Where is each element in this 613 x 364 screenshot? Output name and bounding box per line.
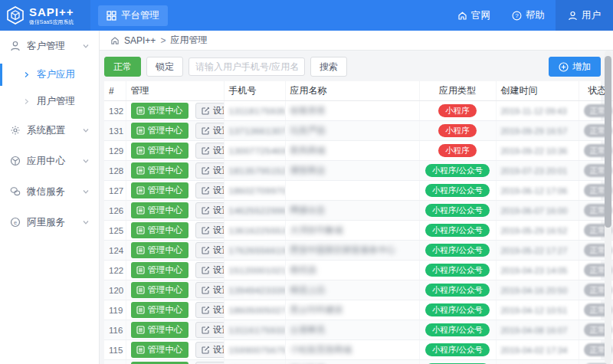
- breadcrumb-separator: >: [160, 35, 166, 46]
- app-name: 潮安商业: [290, 166, 326, 175]
- sidebar-item-label: 客户管理: [27, 40, 65, 53]
- logo-subtitle: 微信SaaS应用系统: [29, 19, 74, 25]
- settings-button[interactable]: 设置: [195, 342, 224, 358]
- settings-button[interactable]: 设置: [195, 242, 224, 258]
- settings-button[interactable]: 设置: [195, 182, 224, 198]
- manage-center-button[interactable]: 管理中心: [131, 282, 188, 298]
- sidebar-item-customer-management[interactable]: 客户管理: [0, 31, 99, 61]
- settings-button[interactable]: 设置: [195, 123, 224, 139]
- edit-icon: [202, 266, 210, 274]
- app-type-badge: 小程序/公众号: [425, 264, 490, 277]
- manage-center-button[interactable]: 管理中心: [131, 342, 188, 358]
- table-row: 128 管理中心 设置 18135795152 潮安商业 小程序/公众号 201…: [104, 161, 613, 181]
- app-name: 云老棒兆: [290, 325, 326, 334]
- settings-button[interactable]: 设置: [195, 262, 224, 278]
- phone-number: 13616225553: [229, 226, 286, 235]
- manage-cell: 管理中心 设置: [126, 121, 224, 141]
- app-type-badge: 小程序/公众号: [425, 204, 490, 218]
- settings-button[interactable]: 设置: [195, 282, 224, 298]
- app-type-badge: 小程序/公众号: [425, 184, 490, 198]
- chevron-down-icon: [82, 42, 90, 50]
- table-row: 115 管理中心 设置 15990075675 小松鼠页面商城 小程序/公众号 …: [104, 340, 613, 360]
- list-icon: [136, 266, 145, 274]
- phone-number: 15990075675: [229, 346, 286, 355]
- topbar-help-link[interactable]: ? 帮助: [501, 0, 556, 31]
- column-header-appname: 应用名称: [285, 81, 419, 101]
- list-icon: [136, 346, 145, 354]
- chevron-down-icon: [82, 188, 90, 195]
- sidebar-item-wechat-service[interactable]: 微信服务: [0, 176, 99, 207]
- search-button[interactable]: 搜索: [310, 57, 347, 77]
- topbar-user-menu[interactable]: 用户: [556, 0, 613, 31]
- list-icon: [136, 286, 145, 294]
- table-row: 131 管理中心 设置 13713661307 玩美严选 小程序 2019-09…: [104, 121, 613, 141]
- breadcrumb-root[interactable]: SAPI++: [124, 35, 156, 46]
- manage-cell: 管理中心 设置: [126, 201, 224, 221]
- app-name: 大润发印象城: [290, 225, 343, 234]
- sidebar-item-ali-service[interactable]: e 阿里服务: [0, 207, 99, 238]
- manage-center-button[interactable]: 管理中心: [131, 322, 188, 338]
- list-icon: [136, 206, 145, 215]
- edit-icon: [202, 206, 210, 215]
- settings-button[interactable]: 设置: [195, 162, 224, 179]
- topbar-site-link[interactable]: 官网: [447, 0, 501, 31]
- manage-center-button[interactable]: 管理中心: [131, 182, 188, 198]
- scrollbar-track[interactable]: [605, 51, 611, 364]
- sidebar-item-system-config[interactable]: 系统配置: [0, 115, 99, 146]
- settings-button[interactable]: 设置: [195, 222, 224, 238]
- table-row: 124 管理中心 设置 17626556619 西安中园新区财富服务中心 小程序…: [104, 241, 613, 261]
- manage-center-button[interactable]: 管理中心: [131, 242, 188, 258]
- settings-button[interactable]: 设置: [195, 103, 224, 119]
- filter-normal-button[interactable]: 正常: [104, 57, 141, 77]
- scrollbar-thumb[interactable]: [605, 56, 611, 228]
- settings-button[interactable]: 设置: [195, 202, 224, 218]
- list-icon: [136, 146, 145, 155]
- sidebar-item-user-management[interactable]: 用户管理: [0, 88, 99, 115]
- topbar-site-label: 官网: [471, 9, 490, 22]
- nav-platform-management[interactable]: 平台管理: [98, 5, 168, 26]
- app-type-badge: 小程序/公众号: [425, 343, 490, 357]
- app-type-badge: 小程序/公众号: [425, 303, 490, 317]
- sidebar-item-label: 应用中心: [27, 155, 65, 168]
- phone-number: 18605005027: [229, 306, 286, 315]
- settings-button[interactable]: 设置: [195, 322, 224, 338]
- row-id: 119: [104, 300, 126, 320]
- sidebar-item-customer-apps[interactable]: 客户应用: [0, 61, 99, 88]
- edit-icon: [202, 326, 210, 334]
- settings-button[interactable]: 设置: [195, 143, 224, 159]
- filter-locked-button[interactable]: 锁定: [146, 57, 183, 77]
- phone-number: 13949423339: [229, 286, 286, 295]
- manage-center-button[interactable]: 管理中心: [131, 123, 188, 139]
- manage-center-button[interactable]: 管理中心: [131, 143, 188, 159]
- home-icon: [110, 36, 120, 45]
- app-name: 黑云印环建设: [290, 305, 343, 314]
- created-time: 2019-06-07 16:00: [501, 206, 568, 215]
- settings-button[interactable]: 设置: [195, 302, 224, 318]
- sidebar-item-app-center[interactable]: 应用中心: [0, 146, 99, 176]
- column-header-phone: 手机号: [224, 81, 285, 101]
- row-id: 126: [104, 201, 126, 221]
- edit-icon: [202, 286, 210, 294]
- manage-center-button[interactable]: 管理中心: [131, 103, 188, 119]
- list-icon: [136, 126, 145, 135]
- row-id: 122: [104, 261, 126, 280]
- manage-cell: 管理中心 设置: [126, 300, 224, 320]
- manage-center-button[interactable]: 管理中心: [131, 302, 188, 318]
- apps-table: # 管理 手机号 应用名称 应用类型 创建时间 状态 132 管: [104, 81, 601, 364]
- help-icon: ?: [512, 11, 522, 21]
- manage-center-button[interactable]: 管理中心: [131, 162, 188, 179]
- list-icon: [136, 306, 145, 314]
- table-row: 116 管理中心 设置 13116175933 云老棒兆 小程序/公众号 201…: [104, 320, 613, 340]
- manage-center-button[interactable]: 管理中心: [131, 262, 188, 278]
- row-id: 125: [104, 221, 126, 241]
- column-header-index: #: [104, 81, 126, 101]
- user-icon: [568, 11, 578, 21]
- manage-center-button[interactable]: 管理中心: [131, 222, 188, 238]
- manage-center-button[interactable]: 管理中心: [131, 202, 188, 218]
- table-row: 125 管理中心 设置 13616225553 大润发印象城 小程序/公众号 2…: [104, 221, 613, 241]
- add-button[interactable]: 增加: [549, 57, 601, 77]
- app-type-badge: 小程序/公众号: [425, 224, 490, 238]
- search-input[interactable]: [188, 57, 305, 76]
- table-row: 122 管理中心 设置 15120001021 都优选 小程序/公众号 2019…: [104, 261, 613, 280]
- edit-icon: [202, 126, 210, 135]
